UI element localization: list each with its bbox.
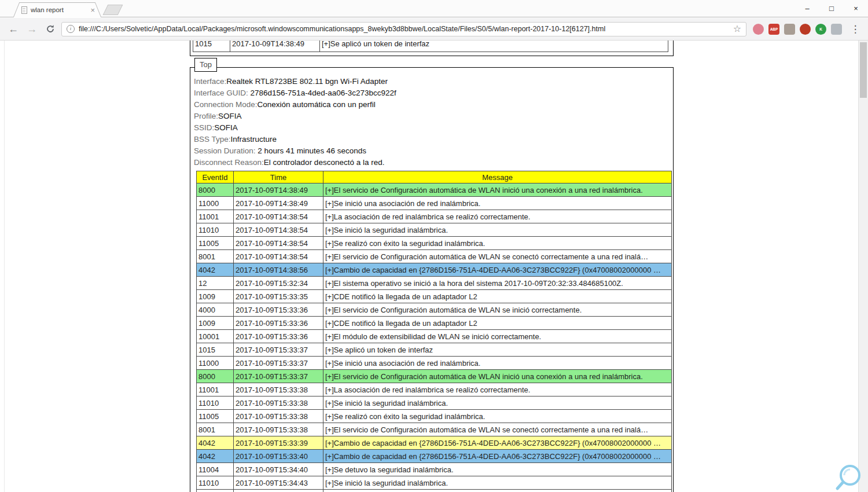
- event-table: EventIdTimeMessage 80002017-10-09T14:38:…: [196, 171, 672, 492]
- session-info-line: Interface GUID: 2786d156-751a-4ded-aa06-…: [194, 87, 673, 99]
- message-cell: [+]Se realizó con éxito la seguridad ina…: [323, 490, 672, 492]
- extension-icon-6[interactable]: [831, 24, 842, 35]
- event-row: 10092017-10-09T15:33:36[+]CDE notificó l…: [197, 317, 672, 330]
- reload-icon: [46, 24, 55, 34]
- info-value: 2 hours 41 minutes 46 seconds: [256, 146, 366, 155]
- message-cell: [+]El módulo de extensibilidad de WLAN s…: [323, 330, 672, 343]
- event-id-cell: 11000: [197, 357, 234, 370]
- reload-button[interactable]: [43, 24, 58, 34]
- time-cell: 2017-10-09T14:38:54: [234, 237, 323, 250]
- event-id-cell: 8001: [197, 423, 234, 436]
- event-table-header-row: EventIdTimeMessage: [197, 171, 672, 183]
- column-header: EventId: [197, 171, 234, 183]
- extensions: ABPK: [750, 24, 845, 35]
- extension-icon-1[interactable]: [753, 24, 764, 35]
- event-id-cell: 1015: [197, 343, 234, 357]
- event-id-cell: 4000: [197, 303, 234, 317]
- column-header: Time: [234, 171, 323, 183]
- time-cell: 2017-10-09T15:33:38: [234, 383, 323, 396]
- vertical-scrollbar[interactable]: [858, 41, 868, 492]
- maximize-button[interactable]: □: [819, 0, 844, 17]
- message-cell: [+]CDE notificó la llegada de un adaptad…: [323, 290, 672, 303]
- time-cell: 2017-10-09T14:38:54: [234, 210, 323, 223]
- info-label: BSS Type:: [194, 135, 231, 144]
- window-controls: – □ ×: [795, 0, 868, 17]
- info-value: Realtek RTL8723BE 802.11 bgn Wi-Fi Adapt…: [226, 77, 388, 86]
- info-value: Conexión automática con un perfil: [258, 100, 376, 109]
- top-link[interactable]: Top: [194, 58, 217, 72]
- event-id-cell: 11010: [197, 223, 234, 237]
- browser-tab[interactable]: wlan report ×: [14, 2, 101, 17]
- column-header: Message: [323, 171, 672, 183]
- time-cell: 2017-10-09T14:38:49: [234, 197, 323, 210]
- event-row: 110102017-10-09T15:34:43[+]Se inició la …: [197, 476, 672, 490]
- time-cell: 2017-10-09T14:38:49: [230, 41, 320, 52]
- message-cell: [+]El servicio de Configuración automáti…: [323, 183, 672, 197]
- window-edge: [4, 41, 5, 492]
- info-value: Infrastructure: [231, 135, 277, 144]
- tab-title: wlan report: [31, 6, 87, 13]
- event-row: 40002017-10-09T15:33:36[+]El servicio de…: [197, 303, 672, 317]
- minimize-button[interactable]: –: [795, 0, 819, 17]
- event-id-cell: 10001: [197, 330, 234, 343]
- previous-session-last-row: 1015 2017-10-09T14:38:49 [+]Se aplicó un…: [193, 41, 668, 52]
- session-info-line: Connection Mode:Conexión automática con …: [194, 99, 673, 111]
- time-cell: 2017-10-09T15:33:37: [234, 357, 323, 370]
- session-info: Interface:Realtek RTL8723BE 802.11 bgn W…: [194, 76, 673, 168]
- time-cell: 2017-10-09T14:38:54: [234, 250, 323, 263]
- time-cell: 2017-10-09T15:32:34: [234, 277, 323, 290]
- time-cell: 2017-10-09T15:33:36: [234, 330, 323, 343]
- time-cell: 2017-10-09T15:33:38: [234, 396, 323, 410]
- time-cell: 2017-10-09T15:33:40: [234, 450, 323, 463]
- tab-close-icon[interactable]: ×: [90, 6, 95, 14]
- event-row: 10152017-10-09T15:33:37[+]Se aplicó un t…: [197, 343, 672, 357]
- session-info-line: Session Duration: 2 hours 41 minutes 46 …: [194, 145, 673, 157]
- info-value: El controlador desconectó a la red.: [264, 158, 385, 167]
- extension-icon-abp[interactable]: ABP: [768, 24, 779, 35]
- back-button[interactable]: ←: [6, 24, 21, 34]
- event-id-cell: 11005: [197, 410, 234, 423]
- time-cell: 2017-10-09T15:34:43: [234, 476, 323, 490]
- new-tab-button[interactable]: [103, 5, 123, 15]
- extension-icon-4[interactable]: [800, 24, 811, 35]
- scrollbar-thumb[interactable]: [860, 42, 867, 98]
- message-cell: [+]Se detuvo la seguridad inalámbrica.: [323, 463, 672, 476]
- event-row: 110002017-10-09T15:33:37[+]Se inició una…: [197, 357, 672, 370]
- forward-button[interactable]: →: [24, 24, 39, 34]
- session-info-line: Disconnect Reason:El controlador descone…: [194, 157, 673, 168]
- event-row: 110002017-10-09T14:38:49[+]Se inició una…: [197, 197, 672, 210]
- time-cell: 2017-10-09T15:34:43: [234, 490, 323, 492]
- event-id-cell: 11001: [197, 210, 234, 223]
- browser-menu-icon[interactable]: ⋮: [848, 24, 862, 34]
- session-info-line: SSID:SOFIA: [194, 122, 673, 134]
- message-cell: [+]El servicio de Configuración automáti…: [323, 370, 672, 383]
- previous-session-section: 1015 2017-10-09T14:38:49 [+]Se aplicó un…: [190, 41, 674, 56]
- message-cell: [+]El servicio de Configuración automáti…: [323, 423, 672, 436]
- info-label: Session Duration:: [194, 146, 256, 155]
- event-row: 122017-10-09T15:32:34[+]El sistema opera…: [197, 277, 672, 290]
- url-text[interactable]: file:///C:/Users/Solvetic/AppData/Local/…: [79, 25, 729, 33]
- event-id-cell: 4042: [197, 263, 234, 277]
- session-info-line: Profile:SOFIA: [194, 111, 673, 122]
- event-row: 10092017-10-09T15:33:35[+]CDE notificó l…: [197, 290, 672, 303]
- event-row: 40422017-10-09T15:33:40[+]Cambio de capa…: [197, 450, 672, 463]
- message-cell: [+]Se inició una asociación de red inalá…: [323, 357, 672, 370]
- page-info-icon[interactable]: i: [67, 25, 75, 33]
- close-button[interactable]: ×: [844, 0, 868, 17]
- event-id-cell: 11001: [197, 383, 234, 396]
- address-bar[interactable]: i file:///C:/Users/Solvetic/AppData/Loca…: [61, 22, 746, 36]
- event-id-cell: 8001: [197, 250, 234, 263]
- browser-toolbar: ← → i file:///C:/Users/Solvetic/AppData/…: [0, 18, 868, 41]
- extension-icon-5[interactable]: K: [815, 24, 826, 35]
- event-row: 80002017-10-09T14:38:49[+]El servicio de…: [197, 183, 672, 197]
- event-row: 40422017-10-09T15:33:39[+]Cambio de capa…: [197, 436, 672, 450]
- event-row: 110052017-10-09T14:38:54[+]Se realizó co…: [197, 237, 672, 250]
- message-cell: [+]El sistema operativo se inició a la h…: [323, 277, 672, 290]
- event-row: 110012017-10-09T14:38:54[+]La asociación…: [197, 210, 672, 223]
- event-row: 80002017-10-09T15:33:37[+]El servicio de…: [197, 370, 672, 383]
- event-id-cell: 11010: [197, 396, 234, 410]
- bookmark-star-icon[interactable]: ☆: [733, 24, 741, 34]
- extension-icon-3[interactable]: [784, 24, 795, 35]
- event-id-cell: 11000: [197, 197, 234, 210]
- browser-window: wlan report × – □ × ← → i file:///C:/Use…: [0, 0, 868, 492]
